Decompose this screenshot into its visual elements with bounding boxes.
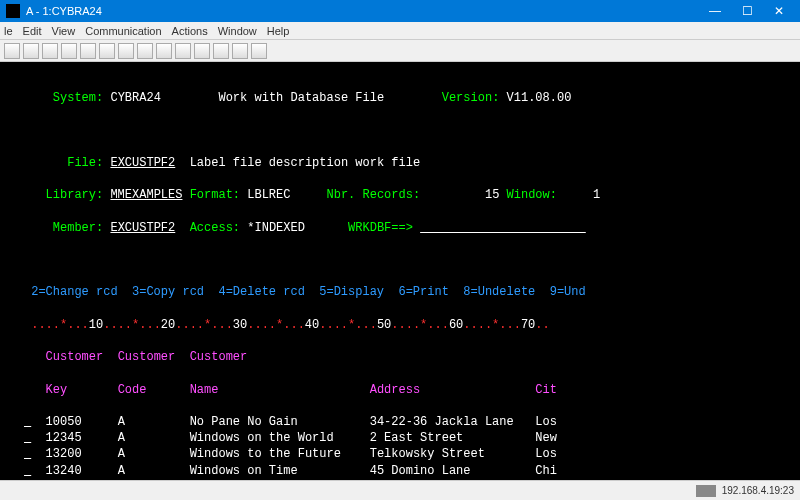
menu-communication[interactable]: Communication: [85, 25, 161, 37]
cmd-input[interactable]: [420, 221, 586, 235]
col-h1-1: Customer: [46, 350, 104, 364]
menu-file[interactable]: le: [4, 25, 13, 37]
file-desc: Label file description work file: [190, 156, 420, 170]
access-label: Access:: [190, 221, 240, 235]
col-h2-3: Name: [190, 383, 219, 397]
col-h2-5: Cit: [535, 383, 557, 397]
toolbar-btn-12[interactable]: [213, 43, 229, 59]
format-value: LBLREC: [247, 188, 290, 202]
window-value: 1: [593, 188, 600, 202]
toolbar-btn-13[interactable]: [232, 43, 248, 59]
window-controls: — ☐ ✕: [700, 1, 794, 21]
close-button[interactable]: ✕: [764, 1, 794, 21]
cell-code: A: [118, 447, 125, 461]
member-label: Member:: [53, 221, 103, 235]
cell-addr: Telkowsky Street: [370, 447, 528, 461]
cell-code: A: [118, 464, 125, 478]
cell-name: No Pane No Gain: [190, 415, 348, 429]
cell-code: A: [118, 431, 125, 445]
menu-help[interactable]: Help: [267, 25, 290, 37]
cell-key: 12345: [46, 431, 82, 445]
toolbar-btn-6[interactable]: [99, 43, 115, 59]
menu-view[interactable]: View: [52, 25, 76, 37]
terminal-5250[interactable]: System: CYBRA24 Work with Database File …: [0, 62, 800, 480]
toolbar-btn-10[interactable]: [175, 43, 191, 59]
toolbar-btn-14[interactable]: [251, 43, 267, 59]
window-title: A - 1:CYBRA24: [26, 5, 700, 17]
cell-city: Los: [535, 447, 557, 461]
version-value: V11.08.00: [507, 91, 572, 105]
window-label: Window:: [507, 188, 557, 202]
menu-window[interactable]: Window: [218, 25, 257, 37]
cell-city: Chi: [535, 464, 557, 478]
cell-name: Windows on Time: [190, 464, 348, 478]
system-value: CYBRA24: [110, 91, 160, 105]
toolbar: [0, 40, 800, 62]
option-input[interactable]: [24, 431, 31, 445]
member-value[interactable]: EXCUSTPF2: [110, 221, 175, 235]
cell-key: 13200: [46, 447, 82, 461]
format-label: Format:: [190, 188, 240, 202]
option-input[interactable]: [24, 464, 31, 478]
library-label: Library:: [46, 188, 104, 202]
cell-addr: 2 East Street: [370, 431, 528, 445]
version-label: Version:: [442, 91, 500, 105]
toolbar-btn-8[interactable]: [137, 43, 153, 59]
cmd-label: WRKDBF==>: [348, 221, 413, 235]
cell-addr: 34-22-36 Jackla Lane: [370, 415, 528, 429]
nbr-label: Nbr. Records:: [327, 188, 421, 202]
col-h1-3: Customer: [190, 350, 248, 364]
menu-edit[interactable]: Edit: [23, 25, 42, 37]
toolbar-btn-3[interactable]: [42, 43, 58, 59]
cell-code: A: [118, 415, 125, 429]
menu-actions[interactable]: Actions: [172, 25, 208, 37]
cell-addr: 45 Domino Lane: [370, 464, 528, 478]
toolbar-btn-5[interactable]: [80, 43, 96, 59]
option-input[interactable]: [24, 415, 31, 429]
minimize-button[interactable]: —: [700, 1, 730, 21]
file-label: File:: [67, 156, 103, 170]
toolbar-btn-7[interactable]: [118, 43, 134, 59]
options-line: 2=Change rcd 3=Copy rcd 4=Delete rcd 5=D…: [31, 285, 586, 299]
cell-key: 13240: [46, 464, 82, 478]
col-h2-4: Address: [370, 383, 420, 397]
network-icon: [696, 485, 716, 497]
cell-name: Windows to the Future: [190, 447, 348, 461]
toolbar-btn-11[interactable]: [194, 43, 210, 59]
col-h2-1: Key: [46, 383, 68, 397]
col-h1-2: Customer: [118, 350, 176, 364]
app-icon: [6, 4, 20, 18]
toolbar-btn-4[interactable]: [61, 43, 77, 59]
statusbar: 192.168.4.19:23: [0, 480, 800, 500]
ruler: ....*...10....*...20....*...30....*...40…: [24, 317, 776, 333]
titlebar: A - 1:CYBRA24 — ☐ ✕: [0, 0, 800, 22]
cell-city: Los: [535, 415, 557, 429]
cell-key: 10050: [46, 415, 82, 429]
library-value[interactable]: MMEXAMPLES: [110, 188, 182, 202]
app-window: A - 1:CYBRA24 — ☐ ✕ le Edit View Communi…: [0, 0, 800, 500]
toolbar-btn-9[interactable]: [156, 43, 172, 59]
toolbar-btn-1[interactable]: [4, 43, 20, 59]
maximize-button[interactable]: ☐: [732, 1, 762, 21]
status-ip: 192.168.4.19:23: [722, 485, 794, 496]
col-h2-2: Code: [118, 383, 147, 397]
nbr-value: 15: [485, 188, 499, 202]
menubar: le Edit View Communication Actions Windo…: [0, 22, 800, 40]
option-input[interactable]: [24, 447, 31, 461]
screen-title: Work with Database File: [218, 91, 384, 105]
cell-name: Windows on the World: [190, 431, 348, 445]
file-value[interactable]: EXCUSTPF2: [110, 156, 175, 170]
toolbar-btn-2[interactable]: [23, 43, 39, 59]
system-label: System:: [53, 91, 103, 105]
cell-city: New: [535, 431, 557, 445]
access-value: *INDEXED: [247, 221, 305, 235]
